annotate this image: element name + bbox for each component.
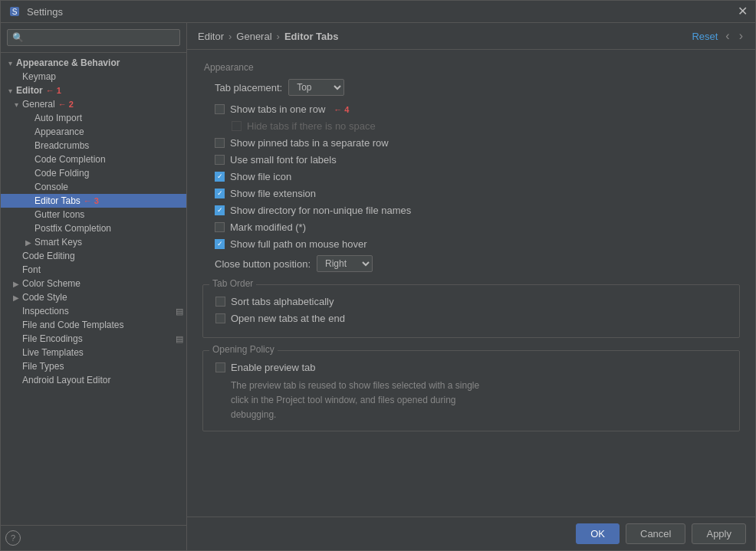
sidebar-item-label: File Types	[22, 361, 64, 372]
enable-preview-tab-row[interactable]: Enable preview tab	[215, 362, 727, 373]
sidebar-item-gutter-icons[interactable]: Gutter Icons	[1, 208, 186, 221]
opening-policy-section: Opening Policy Enable preview tab The pr…	[202, 350, 740, 431]
settings-content: Appearance Tab placement: Top Bottom Lef…	[187, 50, 755, 517]
show-tabs-one-row-label: Show tabs in one row	[230, 103, 325, 115]
apply-button[interactable]: Apply	[692, 523, 746, 544]
sidebar-item-editor-tabs[interactable]: Editor Tabs ← 3	[1, 194, 186, 208]
show-full-path-checkbox[interactable]	[215, 239, 225, 249]
show-file-extension-checkbox[interactable]	[215, 189, 225, 198]
toggle-icon: ▾	[4, 59, 16, 67]
sidebar-item-code-style[interactable]: ▶ Code Style	[1, 290, 186, 304]
sort-alphabetically-row[interactable]: Sort tabs alphabetically	[215, 296, 727, 307]
show-full-path-label: Show full path on mouse hover	[230, 238, 367, 250]
sidebar-item-file-code-templates[interactable]: File and Code Templates	[1, 318, 186, 332]
sidebar-item-label: File and Code Templates	[22, 320, 124, 330]
sidebar-item-appearance-behavior[interactable]: ▾ Appearance & Behavior	[1, 56, 186, 70]
show-pinned-separate-row[interactable]: Show pinned tabs in a separate row	[215, 137, 740, 149]
sidebar-item-file-encodings[interactable]: File Encodings ▤	[1, 332, 186, 346]
sidebar-item-general[interactable]: ▾ General ← 2	[1, 97, 186, 111]
show-file-extension-label: Show file extension	[230, 188, 316, 199]
sidebar-item-code-folding[interactable]: Code Folding	[1, 166, 186, 180]
search-input[interactable]	[7, 29, 180, 46]
show-directory-row[interactable]: Show directory for non-unique file names	[215, 205, 740, 216]
sidebar-item-label: Postfix Completion	[35, 223, 111, 234]
open-new-end-checkbox[interactable]	[215, 313, 225, 323]
app-icon: S	[8, 5, 21, 18]
toggle-icon: ▶	[10, 294, 22, 302]
show-tabs-one-row-checkbox[interactable]	[215, 104, 225, 114]
close-button[interactable]: ✕	[738, 5, 748, 18]
sidebar-bottom: ?	[1, 525, 186, 550]
sidebar-item-label: Code Style	[22, 292, 67, 303]
sidebar-item-file-types[interactable]: File Types	[1, 359, 186, 373]
breadcrumb-general: General	[236, 31, 271, 42]
sidebar-item-android-layout[interactable]: Android Layout Editor	[1, 373, 186, 387]
opening-policy-title: Opening Policy	[209, 344, 278, 355]
sidebar-item-label: Editor Tabs	[35, 195, 81, 206]
window-title: Settings	[27, 6, 731, 18]
svg-text:S: S	[12, 8, 18, 16]
sidebar-item-editor[interactable]: ▾ Editor ← 1	[1, 84, 186, 97]
show-directory-checkbox[interactable]	[215, 205, 225, 215]
sort-alphabetically-label: Sort tabs alphabetically	[231, 296, 334, 307]
sidebar-item-label: Breadcrumbs	[35, 140, 89, 151]
show-directory-label: Show directory for non-unique file names	[230, 205, 411, 216]
sidebar-item-label: Code Completion	[35, 154, 106, 165]
back-button[interactable]: ‹	[724, 29, 731, 43]
hide-tabs-no-space-row[interactable]: Hide tabs if there is no space	[232, 120, 740, 132]
hide-tabs-no-space-checkbox[interactable]	[232, 121, 242, 131]
help-button[interactable]: ?	[5, 530, 21, 546]
enable-preview-tab-label: Enable preview tab	[231, 362, 316, 373]
show-file-icon-checkbox[interactable]	[215, 172, 225, 182]
file-encodings-icon: ▤	[176, 334, 183, 344]
show-file-icon-row[interactable]: Show file icon	[215, 171, 740, 182]
sidebar-item-postfix-completion[interactable]: Postfix Completion	[1, 221, 186, 235]
sidebar-item-appearance[interactable]: Appearance	[1, 125, 186, 139]
cancel-button[interactable]: Cancel	[626, 523, 685, 544]
close-button-position-label: Close button position:	[215, 258, 311, 270]
reset-button[interactable]: Reset	[692, 31, 718, 42]
tab-placement-label: Tab placement:	[215, 82, 282, 93]
mark-modified-row[interactable]: Mark modified (*)	[215, 221, 740, 233]
tab-order-group: Tab Order Sort tabs alphabetically Open …	[202, 284, 740, 338]
enable-preview-tab-checkbox[interactable]	[215, 362, 225, 372]
show-file-extension-row[interactable]: Show file extension	[215, 188, 740, 199]
sidebar-item-label: Console	[35, 182, 68, 192]
sidebar-item-console[interactable]: Console	[1, 180, 186, 194]
breadcrumb-bar: Editor › General › Editor Tabs Reset ‹ ›	[187, 23, 755, 50]
sidebar-item-label: File Encodings	[22, 333, 83, 344]
show-full-path-row[interactable]: Show full path on mouse hover	[215, 238, 740, 250]
sidebar-item-live-templates[interactable]: Live Templates	[1, 346, 186, 359]
sort-alphabetically-checkbox[interactable]	[215, 297, 225, 307]
main-panel: Editor › General › Editor Tabs Reset ‹ ›…	[187, 23, 755, 550]
ok-button[interactable]: OK	[576, 523, 620, 544]
mark-modified-checkbox[interactable]	[215, 222, 225, 232]
close-button-position-row: Close button position: Right Left Hidden	[215, 255, 740, 272]
toggle-icon: ▾	[4, 87, 16, 95]
sidebar-item-code-completion[interactable]: Code Completion	[1, 153, 186, 166]
sidebar-item-font[interactable]: Font	[1, 263, 186, 277]
show-pinned-separate-checkbox[interactable]	[215, 138, 225, 148]
sidebar-item-label: Live Templates	[22, 347, 84, 358]
small-font-labels-row[interactable]: Use small font for labels	[215, 154, 740, 166]
sidebar-item-code-editing[interactable]: Code Editing	[1, 249, 186, 263]
search-box	[1, 23, 186, 53]
forward-button[interactable]: ›	[738, 29, 744, 43]
sidebar: ▾ Appearance & Behavior Keymap ▾ Editor …	[1, 23, 187, 550]
preview-tab-description: The preview tab is reused to show files …	[231, 379, 727, 423]
close-button-position-select[interactable]: Right Left Hidden	[317, 255, 373, 272]
sidebar-item-inspections[interactable]: Inspections ▤	[1, 304, 186, 318]
sidebar-item-breadcrumbs[interactable]: Breadcrumbs	[1, 139, 186, 153]
small-font-labels-checkbox[interactable]	[215, 155, 225, 165]
sidebar-item-auto-import[interactable]: Auto Import	[1, 111, 186, 125]
sidebar-item-label: Inspections	[22, 306, 69, 316]
sidebar-item-color-scheme[interactable]: ▶ Color Scheme	[1, 277, 186, 290]
show-file-icon-label: Show file icon	[230, 171, 291, 182]
sidebar-item-keymap[interactable]: Keymap	[1, 70, 186, 84]
inspections-icon: ▤	[176, 307, 183, 316]
tab-placement-select[interactable]: Top Bottom Left Right None	[288, 79, 344, 96]
show-tabs-one-row-row[interactable]: Show tabs in one row ← 4	[215, 103, 740, 115]
mark-modified-label: Mark modified (*)	[230, 221, 306, 233]
sidebar-item-smart-keys[interactable]: ▶ Smart Keys	[1, 235, 186, 249]
open-new-end-row[interactable]: Open new tabs at the end	[215, 313, 727, 324]
